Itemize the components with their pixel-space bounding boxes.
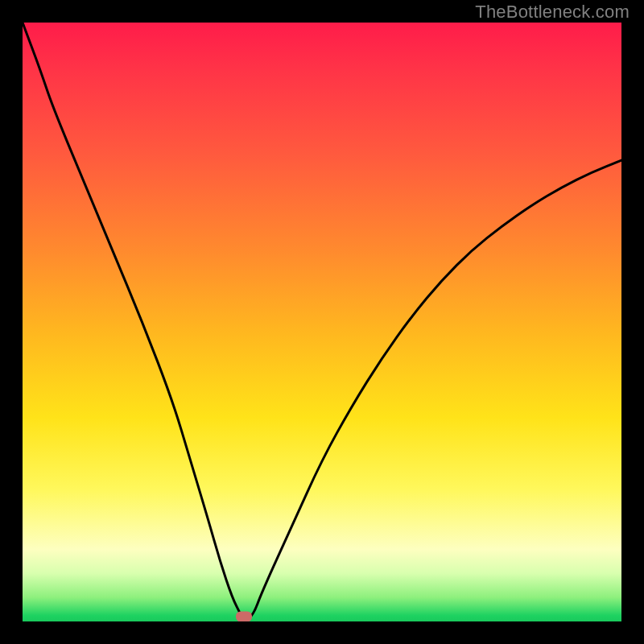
watermark-text: TheBottleneck.com (475, 2, 630, 23)
plot-area (23, 23, 621, 621)
sweet-spot-marker (236, 612, 252, 621)
bottleneck-curve (23, 23, 621, 621)
chart-frame: TheBottleneck.com (0, 0, 644, 644)
